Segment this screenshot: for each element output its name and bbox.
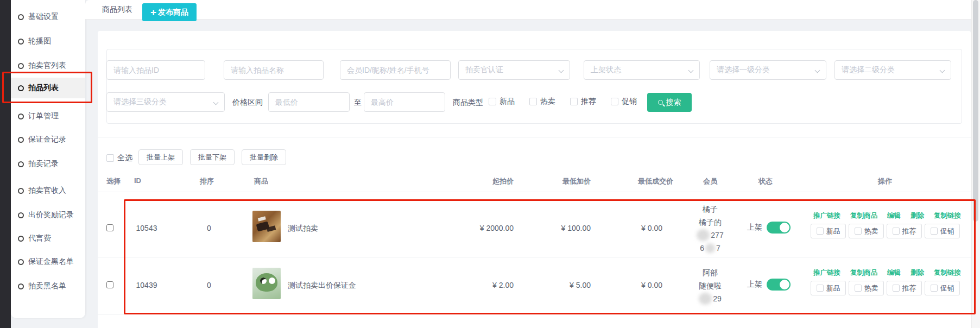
max-price-input[interactable] xyxy=(364,92,445,112)
action-edit[interactable]: 编辑 xyxy=(887,211,901,220)
select-placeholder: 请选择三级分类 xyxy=(113,97,167,107)
type-checkbox-promo[interactable]: 促销 xyxy=(611,97,637,106)
category-level2-select[interactable]: 请选择二级分类 xyxy=(834,60,951,80)
top-tab-bar xyxy=(85,0,971,20)
lot-id-input[interactable] xyxy=(106,60,205,80)
tag-checkbox-new[interactable]: 新品 xyxy=(811,224,846,238)
sidebar-item-deposit-blacklist[interactable]: 保证金黑名单 xyxy=(11,251,85,272)
select-placeholder: 请选择二级分类 xyxy=(842,65,895,75)
member-search-input[interactable] xyxy=(340,60,451,80)
tag-checkbox-hot[interactable]: 热卖 xyxy=(849,281,884,295)
sidebar-item-label: 轮播图 xyxy=(28,36,51,46)
th-select: 选择 xyxy=(106,176,121,186)
row-select-checkbox[interactable] xyxy=(106,224,113,231)
action-copy-link[interactable]: 复制链接 xyxy=(934,268,961,277)
chevron-down-icon xyxy=(688,68,694,73)
member-line: 277 xyxy=(697,229,723,242)
start-price: ¥ 2.00 xyxy=(445,281,514,289)
member-line: 橘子的 xyxy=(699,216,722,229)
type-checkbox-new[interactable]: 新品 xyxy=(489,97,515,106)
tag-checkbox-new[interactable]: 新品 xyxy=(811,281,846,295)
action-edit[interactable]: 编辑 xyxy=(887,268,901,277)
action-promo-link[interactable]: 推广链接 xyxy=(813,268,840,277)
tag-checkbox-hot[interactable]: 热卖 xyxy=(849,224,884,238)
action-copy-link[interactable]: 复制链接 xyxy=(934,211,961,220)
action-promo-link[interactable]: 推广链接 xyxy=(813,211,840,220)
tag-label: 促销 xyxy=(940,283,954,293)
sidebar-item-auction-records[interactable]: 拍卖记录 xyxy=(11,154,85,174)
sidebar-item-bid-reward-records[interactable]: 出价奖励记录 xyxy=(11,205,85,225)
member-cell: 橘子 橘子的 277 67 xyxy=(688,200,732,257)
sidebar-item-label: 保证金记录 xyxy=(28,135,66,144)
shelf-status-select[interactable]: 上架状态 xyxy=(584,60,700,80)
category-level1-select[interactable]: 请选择一级分类 xyxy=(710,60,826,80)
min-deal-price: ¥ 0.00 xyxy=(591,281,662,289)
type-checkbox-hot[interactable]: 热卖 xyxy=(529,97,555,106)
checkbox-icon xyxy=(817,285,824,292)
tag-label: 促销 xyxy=(940,226,954,236)
sidebar-item-deposit-records[interactable]: 保证金记录 xyxy=(11,129,85,150)
row-divider xyxy=(98,314,971,314)
checkbox-label: 热卖 xyxy=(540,97,555,106)
row-id: 10543 xyxy=(125,224,168,232)
checkbox-label: 新品 xyxy=(500,97,515,106)
scrollbar-thumb[interactable] xyxy=(973,0,978,222)
toggle-knob xyxy=(780,280,789,289)
batch-off-shelf-button[interactable]: 批量下架 xyxy=(190,149,235,165)
chevron-down-icon xyxy=(559,68,564,73)
tag-checkbox-recommend[interactable]: 推荐 xyxy=(887,281,922,295)
on-shelf-toggle[interactable] xyxy=(767,279,791,291)
tag-label: 热卖 xyxy=(864,226,878,236)
select-all-label: 全选 xyxy=(117,153,132,163)
th-status: 状态 xyxy=(749,176,782,186)
radio-circle-icon xyxy=(18,14,24,20)
sidebar-item-basic-settings[interactable]: 基础设置 xyxy=(11,7,85,27)
action-copy-product[interactable]: 复制商品 xyxy=(850,211,877,220)
batch-on-shelf-button[interactable]: 批量上架 xyxy=(138,149,183,165)
batch-delete-button[interactable]: 批量删除 xyxy=(242,149,286,165)
tag-checkbox-promo[interactable]: 促销 xyxy=(925,281,960,295)
row-select-checkbox[interactable] xyxy=(106,281,113,288)
redaction-blur xyxy=(705,243,715,253)
product-name: 测试拍卖出价保证金 xyxy=(288,281,418,291)
sidebar-item-label: 保证金黑名单 xyxy=(28,257,74,267)
lot-name-input[interactable] xyxy=(224,60,324,80)
action-delete[interactable]: 删除 xyxy=(911,268,924,277)
collapsed-dark-rail xyxy=(0,0,11,328)
tag-checkbox-recommend[interactable]: 推荐 xyxy=(887,224,922,238)
status-cell: 上架 xyxy=(747,222,791,234)
sidebar-item-auction-blacklist[interactable]: 拍卖黑名单 xyxy=(11,276,85,297)
action-copy-product[interactable]: 复制商品 xyxy=(850,268,877,277)
on-shelf-toggle[interactable] xyxy=(767,222,791,234)
member-line: 阿部 xyxy=(703,266,718,279)
sidebar-item-lot-list[interactable]: 拍品列表 xyxy=(11,78,85,98)
tab-goods-list[interactable]: 商品列表 xyxy=(102,5,132,15)
checkbox-icon xyxy=(893,285,900,292)
sidebar-item-label: 出价奖励记录 xyxy=(28,210,74,220)
sidebar-item-endorsement-fee[interactable]: 代言费 xyxy=(11,228,85,249)
chevron-down-icon xyxy=(815,68,820,73)
min-increment: ¥ 100.00 xyxy=(520,224,591,232)
min-price-input[interactable] xyxy=(268,92,350,112)
table-row: 10439 0 测试拍卖出价保证金 ¥ 2.00 ¥ 5.00 ¥ 0.00 阿… xyxy=(98,257,971,314)
auctioneer-cert-select[interactable]: 拍卖官认证 xyxy=(458,60,570,80)
select-placeholder: 上架状态 xyxy=(591,65,621,75)
sidebar-item-auctioneer-list[interactable]: 拍卖官列表 xyxy=(11,55,85,76)
tag-label: 新品 xyxy=(826,226,840,236)
publish-product-button[interactable]: + 发布商品 xyxy=(142,3,197,21)
checkbox-icon xyxy=(931,228,938,235)
action-delete[interactable]: 删除 xyxy=(911,211,924,220)
sidebar-item-order-management[interactable]: 订单管理 xyxy=(11,106,85,127)
sidebar-item-auctioneer-income[interactable]: 拍卖官收入 xyxy=(11,180,85,201)
sidebar-item-carousel[interactable]: 轮播图 xyxy=(11,31,85,52)
type-checkbox-recommend[interactable]: 推荐 xyxy=(570,97,596,106)
category-level3-select[interactable]: 请选择三级分类 xyxy=(106,92,225,112)
radio-circle-icon xyxy=(18,85,24,91)
select-all-checkbox[interactable]: 全选 xyxy=(106,153,132,163)
tag-checkbox-promo[interactable]: 促销 xyxy=(925,224,960,238)
search-icon xyxy=(658,100,663,105)
th-min-increment: 最低加价 xyxy=(520,176,591,186)
status-label: 上架 xyxy=(747,280,762,289)
checkbox-label: 促销 xyxy=(622,97,637,106)
search-button[interactable]: 搜索 xyxy=(647,93,692,112)
